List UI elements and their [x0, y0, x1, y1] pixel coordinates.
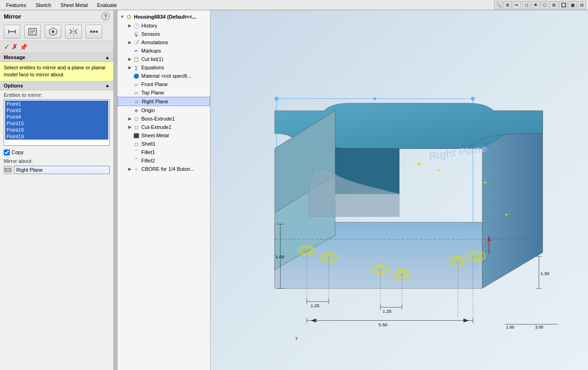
toolbar-icon-1[interactable]: 🔍	[494, 1, 502, 9]
tree-item-10[interactable]: ⊕Origin	[118, 106, 210, 114]
tree-item-5[interactable]: ▶∑Equations	[118, 63, 210, 72]
tree-item-9[interactable]: ▱Right Plane	[118, 97, 210, 106]
component-btn[interactable]	[45, 25, 61, 39]
tree-icon-10: ⊕	[132, 107, 140, 114]
tree-label-13: Sheet-Metal	[141, 133, 169, 138]
tree-label-17: CBORE for 1/4 Buton...	[141, 166, 194, 172]
mirror-btn[interactable]	[65, 25, 82, 39]
root-expand-icon: ▼	[119, 14, 125, 20]
entities-list[interactable]: Point1Point3Point4Point15Point16Point19	[4, 99, 110, 146]
tree-icon-4: 📋	[132, 55, 140, 63]
tree-item-3[interactable]: ✏Markups	[118, 47, 210, 55]
tree-item-4[interactable]: ▶📋Cut list(1)	[118, 55, 210, 63]
pin-icon: 📌	[20, 43, 27, 51]
tree-icon-8: ▱	[132, 89, 140, 96]
toolbar-icon-8[interactable]: 🔲	[559, 1, 568, 9]
mirror-about-icon	[4, 166, 12, 174]
pin-button[interactable]: 📌	[20, 43, 27, 51]
svg-text:✦: ✦	[483, 180, 487, 185]
tree-item-16[interactable]: ⌒Fillet2	[118, 156, 210, 165]
confirm-button[interactable]: ✓	[4, 42, 10, 51]
tree-item-14[interactable]: ◻Shell1	[118, 140, 210, 148]
mirror-about-field: Right Plane	[0, 165, 113, 175]
tree-expand-14	[127, 141, 132, 147]
x-icon: ✗	[12, 42, 18, 51]
mirror-about-input[interactable]: Right Plane	[14, 166, 110, 174]
tree-item-11[interactable]: ▶⬡Boss-Extrude1	[118, 114, 210, 123]
copy-row: Copy	[0, 148, 113, 157]
mirror-controls: ?	[101, 12, 110, 20]
svg-point-16	[275, 97, 278, 101]
tree-icon-0: 🕐	[132, 22, 140, 29]
tree-label-14: Shell1	[141, 141, 156, 147]
tree-item-1[interactable]: 📡Sensors	[118, 30, 210, 38]
smart-dimension-btn[interactable]	[4, 25, 20, 39]
tree-expand-11: ▶	[127, 116, 132, 121]
options-toggle[interactable]: ▲	[105, 83, 110, 88]
svg-point-10	[90, 31, 92, 33]
copy-checkbox[interactable]	[4, 149, 10, 155]
main-area: Mirror ?	[0, 10, 588, 370]
tree-item-17[interactable]: ▶○CBORE for 1/4 Buton...	[118, 165, 210, 173]
viewport[interactable]: Right Plane ✦ ✦ ✦ ✦	[211, 10, 588, 370]
tree-expand-12: ▶	[127, 124, 132, 130]
tab-sketch[interactable]: Sketch	[31, 1, 55, 9]
svg-text:✦: ✦	[416, 161, 422, 168]
toolbar-icon-3[interactable]: ✏	[513, 1, 521, 9]
tree-expand-10	[127, 108, 132, 113]
entity-item-5[interactable]: Point19	[5, 133, 108, 140]
svg-point-8	[52, 30, 54, 33]
svg-text:1.25: 1.25	[383, 309, 391, 314]
entity-item-2[interactable]: Point4	[5, 114, 108, 120]
tree-item-6[interactable]: 🔵Material <not specifi...	[118, 72, 210, 80]
copy-label: Copy	[12, 149, 24, 155]
tree-icon-1: 📡	[132, 30, 140, 38]
entity-item-4[interactable]: Point16	[5, 127, 108, 133]
tree-icon-15: ⌒	[132, 148, 140, 156]
tree-item-2[interactable]: ▶📝Annotations	[118, 38, 210, 47]
entities-label: Entities to mirror:	[4, 92, 110, 98]
toolbar-icon-5[interactable]: 👁	[531, 1, 540, 9]
confirm-row: ✓ ✗ 📌	[0, 41, 113, 53]
tree-expand-5: ▶	[127, 65, 132, 70]
mirror-title: Mirror	[4, 13, 21, 20]
action-row	[0, 23, 113, 41]
tab-evaluate[interactable]: Evaluate	[93, 1, 121, 9]
svg-text:3.00: 3.00	[535, 325, 543, 330]
entity-item-1[interactable]: Point3	[5, 107, 108, 114]
tree-icon-2: 📝	[132, 39, 140, 46]
tree-item-0[interactable]: ▶🕐History	[118, 21, 210, 30]
tree-item-8[interactable]: ▱Top Plane	[118, 88, 210, 97]
help-button[interactable]: ?	[101, 12, 110, 20]
tree-label-11: Boss-Extrude1	[141, 116, 175, 121]
message-toggle[interactable]: ▲	[105, 55, 110, 60]
tree-icon-16: ⌒	[132, 157, 140, 164]
toolbar-icon-10[interactable]: ⊟	[578, 1, 586, 9]
options-section-label: Options	[4, 83, 23, 88]
tree-item-13[interactable]: ⬛Sheet-Metal	[118, 131, 210, 140]
svg-text:1.00: 1.00	[276, 254, 285, 259]
text-note-btn[interactable]	[24, 25, 41, 39]
pattern-btn[interactable]	[86, 25, 102, 39]
options-section-header[interactable]: Options ▲	[0, 81, 113, 90]
tree-item-12[interactable]: ▶◻Cut-Extrude1	[118, 123, 210, 131]
svg-point-20	[373, 97, 376, 100]
svg-point-11	[93, 31, 95, 33]
toolbar-icon-7[interactable]: ⊞	[550, 1, 558, 9]
tree-label-10: Origin	[141, 108, 155, 113]
tree-item-7[interactable]: ▱Front Plane	[118, 80, 210, 88]
message-section-header[interactable]: Message ▲	[0, 53, 113, 62]
toolbar-icon-2[interactable]: ⚙	[503, 1, 512, 9]
tab-features[interactable]: Features	[2, 1, 30, 9]
tab-sheet-metal[interactable]: Sheet Metal	[56, 1, 92, 9]
tree-expand-4: ▶	[127, 56, 132, 62]
cancel-button[interactable]: ✗	[12, 42, 18, 51]
entity-item-0[interactable]: Point1	[5, 101, 108, 107]
toolbar-icon-9[interactable]: ▦	[568, 1, 577, 9]
entity-item-3[interactable]: Point15	[5, 120, 108, 127]
tree-expand-9	[127, 99, 133, 104]
toolbar-icon-4[interactable]: ◻	[522, 1, 530, 9]
toolbar-icon-6[interactable]: ⬡	[541, 1, 549, 9]
tree-root-item[interactable]: ▼ ⬡ Housing6834 (Default<<...	[118, 12, 210, 21]
tree-item-15[interactable]: ⌒Fillet1	[118, 148, 210, 156]
